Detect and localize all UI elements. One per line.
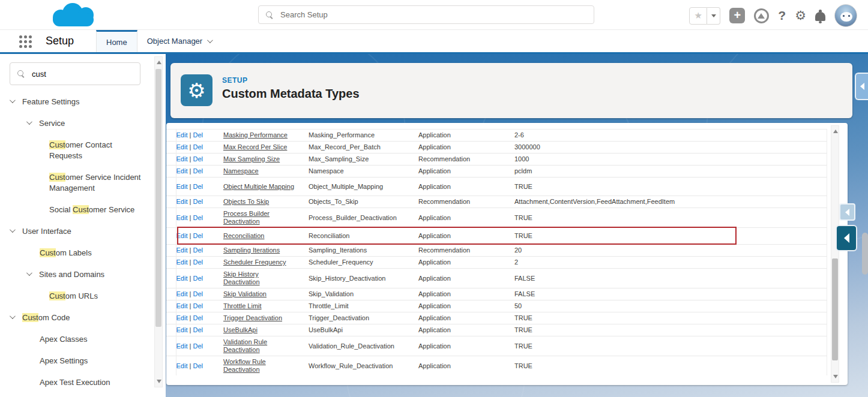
split-view-expand-button[interactable] [836,225,857,251]
user-avatar[interactable] [834,4,857,27]
record-name-link[interactable]: Process Builder Deactivation [223,210,295,225]
record-api-name: Process_Builder_Deactivation [309,208,418,228]
sidebar-item-feature-settings[interactable]: Feature Settings [0,91,150,113]
sidebar-item-sites-and-domains[interactable]: Sites and Domains [0,264,150,285]
del-link[interactable]: Del [193,258,203,266]
record-name-link[interactable]: Sampling Iterations [223,246,280,254]
sidebar-item-custom-code[interactable]: Custom Code [0,307,150,329]
table-scrollbar-thumb[interactable] [832,258,838,360]
del-link[interactable]: Del [193,143,203,151]
record-name-link[interactable]: Object Multiple Mapping [223,183,294,191]
edit-link[interactable]: Edit [176,290,188,297]
search-match-highlight: Cust [40,248,56,257]
tab-object-manager[interactable]: Object Manager [137,30,222,52]
del-link[interactable]: Del [193,232,203,239]
del-link[interactable]: Del [193,167,203,175]
sidebar-item-user-interface[interactable]: User Interface [0,221,150,242]
del-link[interactable]: Del [193,198,203,205]
edit-link[interactable]: Edit [176,314,188,321]
sidebar-quick-find[interactable] [10,62,140,85]
sidebar-item-custom-urls[interactable]: Custom URLs [0,285,150,307]
edit-link[interactable]: Edit [176,143,188,151]
edit-link[interactable]: Edit [176,167,188,175]
edit-link[interactable]: Edit [176,302,188,309]
favorites-dropdown-button[interactable] [707,7,720,25]
del-link[interactable]: Del [193,183,203,190]
row-actions: Edit | Del [176,154,223,166]
scroll-up-icon[interactable] [833,130,838,133]
record-name-link[interactable]: Scheduler Frequency [223,258,286,266]
sidebar-item-service[interactable]: Service [0,113,150,134]
quick-find-input[interactable] [32,70,128,79]
setup-gear-icon[interactable]: ⚙ [795,8,806,23]
global-search-box[interactable] [258,5,594,24]
record-value: FALSE [514,269,827,288]
edit-link[interactable]: Edit [176,232,188,239]
scroll-down-icon[interactable] [833,375,838,378]
record-name-link[interactable]: Masking Performance [223,131,288,139]
record-type: Application [418,300,514,312]
del-link[interactable]: Del [193,155,203,163]
record-name-link[interactable]: Max Record Per Slice [223,143,287,151]
record-name-link[interactable]: Trigger Deactivation [223,314,282,322]
record-name-link[interactable]: Reconciliation [223,232,264,240]
del-link[interactable]: Del [193,342,203,350]
sidebar-item-apex-settings[interactable]: Apex Settings [0,350,150,372]
record-name-link[interactable]: Skip History Deactivation [223,270,295,286]
sidebar-item-apex-classes[interactable]: Apex Classes [0,329,150,350]
row-gutter [166,356,176,376]
del-link[interactable]: Del [193,326,203,333]
sidebar-item-custom-labels[interactable]: Custom Labels [0,242,150,264]
del-link[interactable]: Del [193,214,203,221]
edit-link[interactable]: Edit [176,155,188,163]
edit-link[interactable]: Edit [176,183,188,190]
del-link[interactable]: Del [193,246,203,254]
quick-create-button[interactable]: + [729,8,745,23]
scroll-up-icon[interactable] [157,61,161,64]
record-name-link[interactable]: Workflow Rule Deactivation [223,358,295,374]
help-icon[interactable]: ? [778,8,786,23]
scroll-down-icon[interactable] [157,380,161,383]
sidebar-scrollbar[interactable] [154,56,163,387]
edit-link[interactable]: Edit [176,275,188,282]
edit-link[interactable]: Edit [176,214,188,221]
app-launcher-icon[interactable] [19,35,32,48]
favorites-star-icon[interactable]: ★ [689,7,707,25]
del-link[interactable]: Del [193,275,203,282]
record-name-link[interactable]: UseBulkApi [223,326,258,334]
edit-link[interactable]: Edit [176,246,188,254]
header-collapse-button[interactable] [855,73,868,100]
record-name-link[interactable]: Skip Validation [223,290,267,298]
edit-link[interactable]: Edit [176,258,188,266]
edit-link[interactable]: Edit [176,326,188,333]
del-link[interactable]: Del [193,131,203,139]
tab-home[interactable]: Home [96,30,137,52]
sidebar-item-customer-service-incident-management[interactable]: Customer Service Incident Management [0,167,150,199]
trailhead-icon[interactable] [754,8,769,23]
edit-link[interactable]: Edit [176,131,188,139]
record-name-link[interactable]: Namespace [223,167,259,175]
sidebar-item-social-customer-service[interactable]: Social Customer Service [0,199,150,221]
sidebar-scrollbar-thumb[interactable] [155,69,161,327]
sidebar-item-customer-contact-requests[interactable]: Customer Contact Requests [0,134,150,167]
del-link[interactable]: Del [193,314,203,321]
record-name-link[interactable]: Throttle Limit [223,302,262,310]
setup-menu-tree: Feature SettingsServiceCustomer Contact … [0,91,150,397]
del-link[interactable]: Del [193,302,203,309]
edit-link[interactable]: Edit [176,198,188,205]
window-scrollbar-thumb[interactable] [862,233,868,275]
record-name-link[interactable]: Max Sampling Size [223,155,280,163]
del-link[interactable]: Del [193,290,203,297]
table-scrollbar[interactable] [831,125,839,383]
global-search-input[interactable] [280,10,568,19]
record-type: Application [418,228,514,245]
record-name-link[interactable]: Objects To Skip [223,198,269,206]
record-name-link[interactable]: Validation Rule Deactivation [223,338,295,354]
edit-link[interactable]: Edit [176,362,188,369]
del-link[interactable]: Del [193,362,203,369]
split-view-secondary-button[interactable] [839,203,855,221]
sidebar-item-apex-test-history[interactable]: Apex Test History [0,393,150,397]
sidebar-item-apex-test-execution[interactable]: Apex Test Execution [0,372,150,393]
edit-link[interactable]: Edit [176,342,188,350]
notifications-bell-icon[interactable] [815,12,825,21]
